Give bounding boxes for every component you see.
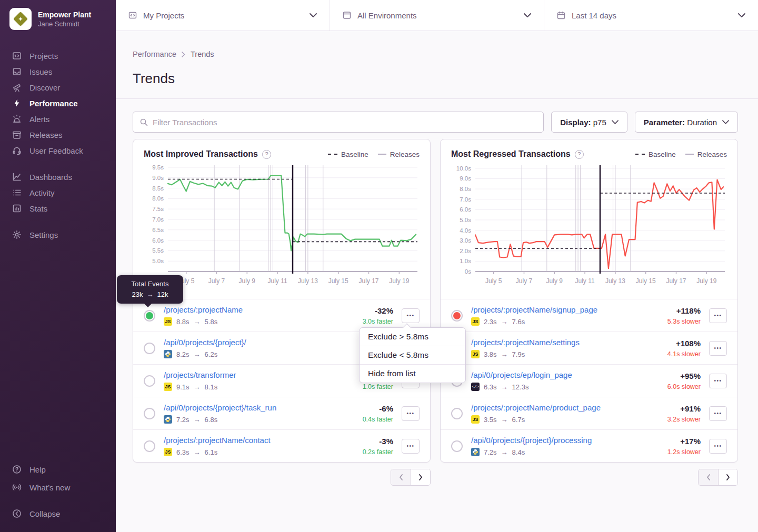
sidebar-item-activity[interactable]: Activity bbox=[0, 185, 116, 200]
environment-filter-dropdown[interactable]: All Environments bbox=[330, 0, 544, 31]
chart-legend: Baseline Releases bbox=[328, 150, 420, 158]
help-icon[interactable]: ? bbox=[262, 150, 271, 159]
transaction-radio[interactable] bbox=[144, 375, 155, 387]
transaction-radio[interactable] bbox=[144, 408, 155, 419]
row-actions-button[interactable]: ••• bbox=[709, 341, 727, 356]
sidebar-item-issues[interactable]: Issues bbox=[0, 64, 116, 79]
menu-item-exclude-below[interactable]: Exclude < 5.8ms bbox=[360, 346, 465, 364]
svg-text:July 17: July 17 bbox=[666, 277, 686, 285]
duration-from: 2.3s bbox=[484, 318, 497, 326]
svg-text:4.0s: 4.0s bbox=[460, 227, 471, 234]
sidebar-item-label: Releases bbox=[29, 131, 63, 139]
row-actions-button[interactable]: ••• bbox=[402, 439, 420, 454]
sidebar-item-performance[interactable]: Performance bbox=[0, 95, 116, 111]
baseline-swatch bbox=[328, 154, 337, 155]
improved-transactions-chart[interactable]: 5.0s5.5s6.0s6.5s7.0s7.5s8.0s8.5s9.0s9.5s… bbox=[144, 162, 421, 295]
svg-text:7.0s: 7.0s bbox=[460, 196, 471, 203]
duration-to: 12.3s bbox=[512, 383, 529, 391]
arrow-right-icon: → bbox=[194, 350, 201, 358]
transaction-link[interactable]: /api/0/projects/{project}/task_run bbox=[164, 403, 276, 412]
javascript-icon: JS bbox=[164, 317, 172, 326]
sidebar-item-alerts[interactable]: Alerts bbox=[0, 111, 116, 127]
transaction-link[interactable]: /projects/:projectName/product_page bbox=[471, 403, 601, 412]
sidebar-item-user-feedback[interactable]: User Feedback bbox=[0, 143, 116, 158]
org-user: Jane Schmidt bbox=[38, 20, 91, 28]
transaction-link[interactable]: /projects/transformer bbox=[164, 370, 236, 379]
transaction-radio[interactable] bbox=[451, 440, 463, 452]
arrow-right-icon: → bbox=[501, 318, 508, 326]
org-logo bbox=[9, 8, 32, 30]
javascript-icon: JS bbox=[164, 448, 172, 456]
trend-delta: 1.2s slower bbox=[667, 448, 701, 456]
duration-to: 6.1s bbox=[205, 448, 218, 456]
date-range-dropdown[interactable]: Last 14 days bbox=[544, 0, 758, 31]
duration-to: 7.6s bbox=[512, 318, 525, 326]
transaction-radio[interactable] bbox=[144, 310, 155, 322]
row-actions-button[interactable]: ••• bbox=[709, 439, 727, 454]
svg-text:July 9: July 9 bbox=[546, 277, 563, 285]
table-row: /projects/:projectName/product_page JS3.… bbox=[441, 397, 737, 429]
display-dropdown[interactable]: Display: p75 bbox=[551, 112, 627, 133]
transaction-radio[interactable] bbox=[451, 408, 463, 419]
releases-icon bbox=[12, 130, 22, 139]
filter-transactions-input[interactable] bbox=[153, 118, 537, 127]
next-page-button[interactable] bbox=[718, 469, 737, 485]
transaction-link[interactable]: /api/0/projects/{project}/ bbox=[164, 338, 246, 347]
baseline-swatch bbox=[635, 154, 645, 155]
sidebar-item-whats-new[interactable]: What’s new bbox=[0, 478, 116, 496]
row-actions-button[interactable]: ••• bbox=[709, 406, 727, 421]
sidebar-item-discover[interactable]: Discover bbox=[0, 79, 116, 95]
breadcrumb-performance[interactable]: Performance bbox=[133, 50, 176, 58]
tooltip-title: Total Events bbox=[122, 280, 178, 288]
row-actions-button[interactable]: ••• bbox=[709, 374, 727, 388]
duration-to: 8.1s bbox=[205, 383, 218, 391]
svg-text:8.5s: 8.5s bbox=[152, 185, 164, 192]
sidebar-item-projects[interactable]: Projects bbox=[0, 48, 116, 64]
sidebar-item-help[interactable]: Help bbox=[0, 460, 116, 478]
sidebar-item-settings[interactable]: Settings bbox=[0, 227, 116, 243]
sidebar-item-label: Activity bbox=[29, 188, 55, 197]
transaction-radio[interactable] bbox=[451, 310, 463, 322]
transaction-link[interactable]: /projects/:projectName bbox=[164, 305, 243, 314]
help-icon[interactable]: ? bbox=[575, 150, 584, 159]
arrow-right-icon: → bbox=[501, 416, 508, 424]
help-icon bbox=[12, 465, 22, 474]
menu-item-exclude-above[interactable]: Exclude > 5.8ms bbox=[360, 328, 465, 346]
svg-text:10.0s: 10.0s bbox=[456, 165, 471, 172]
transaction-link[interactable]: /projects/:projectName/signup_page bbox=[471, 305, 597, 314]
svg-text:July 7: July 7 bbox=[516, 277, 533, 285]
prev-page-button[interactable] bbox=[699, 469, 718, 485]
transaction-radio[interactable] bbox=[144, 343, 155, 354]
transaction-radio[interactable] bbox=[144, 440, 155, 452]
transaction-link[interactable]: /projects/:projectName/settings bbox=[471, 338, 580, 347]
duration-from: 3.8s bbox=[484, 350, 497, 358]
svg-text:7.0s: 7.0s bbox=[152, 216, 164, 223]
sidebar-item-stats[interactable]: Stats bbox=[0, 200, 116, 216]
sidebar-item-collapse[interactable]: Collapse bbox=[0, 505, 116, 523]
regressed-transactions-chart[interactable]: 0s1.0s2.0s3.0s4.0s5.0s6.0s7.0s8.0s9.0s10… bbox=[451, 162, 728, 295]
row-actions-button[interactable]: ••• bbox=[709, 308, 727, 323]
transaction-link[interactable]: /api/0/projects/ep/login_page bbox=[471, 370, 572, 379]
project-filter-dropdown[interactable]: My Projects bbox=[116, 0, 330, 31]
trends-controls: Display: p75 Parameter: Duration bbox=[116, 99, 758, 133]
calendar-icon bbox=[557, 11, 565, 19]
sidebar-item-label: Projects bbox=[29, 52, 58, 61]
parameter-value: Duration bbox=[687, 118, 717, 127]
transaction-link[interactable]: /api/0/projects/{project}/processing bbox=[471, 436, 592, 445]
row-actions-button[interactable]: ••• bbox=[402, 406, 420, 421]
svg-text:7.5s: 7.5s bbox=[152, 206, 164, 212]
parameter-dropdown[interactable]: Parameter: Duration bbox=[635, 112, 738, 133]
javascript-icon: JS bbox=[471, 317, 480, 326]
svg-text:6.0s: 6.0s bbox=[460, 206, 471, 213]
next-page-button[interactable] bbox=[411, 469, 430, 485]
prev-page-button[interactable] bbox=[391, 469, 411, 485]
dashboards-icon bbox=[12, 172, 22, 182]
menu-item-hide-from-list[interactable]: Hide from list bbox=[360, 364, 465, 383]
row-actions-button[interactable]: ••• bbox=[402, 308, 420, 323]
duration-from: 9.1s bbox=[176, 383, 190, 391]
sidebar-item-dashboards[interactable]: Dashboards bbox=[0, 169, 116, 185]
transaction-link[interactable]: /projects/:projectName/contact bbox=[164, 436, 271, 445]
activity-icon bbox=[12, 188, 22, 197]
org-switcher[interactable]: Empower Plant Jane Schmidt bbox=[0, 0, 116, 35]
sidebar-item-releases[interactable]: Releases bbox=[0, 127, 116, 143]
